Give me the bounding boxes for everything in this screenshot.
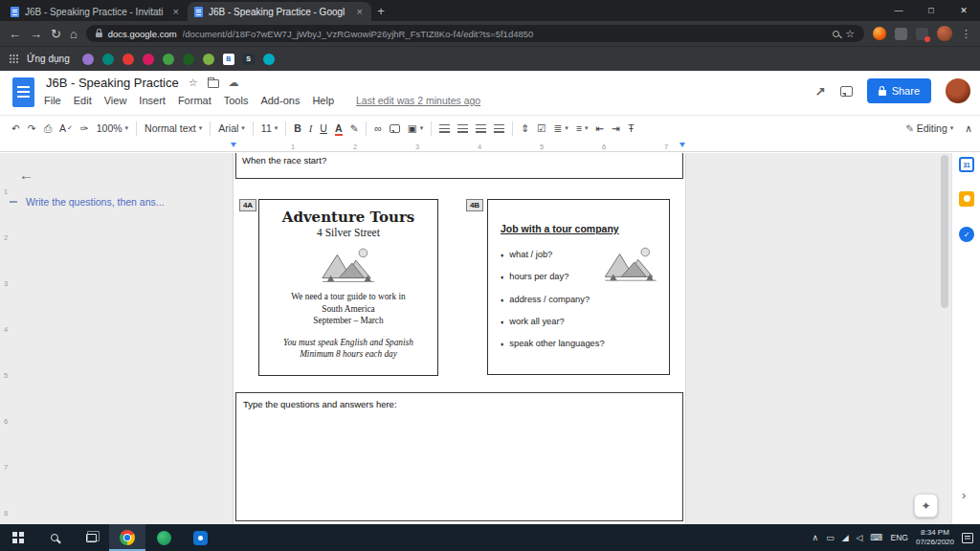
explore-button[interactable]: ✦: [914, 494, 938, 518]
bulleted-list-button[interactable]: ≡▾: [576, 122, 589, 134]
menu-tools[interactable]: Tools: [224, 95, 249, 106]
font-size-select[interactable]: 11▾: [261, 122, 278, 134]
paint-format-button[interactable]: ✑: [80, 122, 89, 134]
print-button[interactable]: ⎙: [44, 122, 52, 135]
hidden-icons-chevron[interactable]: ∧: [813, 534, 819, 542]
align-right-button[interactable]: [476, 124, 486, 133]
back-button[interactable]: ←: [9, 28, 21, 40]
extension-icon[interactable]: [873, 27, 886, 40]
checklist-button[interactable]: ☑: [537, 122, 546, 134]
bookmark-favicon[interactable]: [122, 54, 134, 65]
extension-icon-badged[interactable]: [916, 28, 928, 40]
menu-format[interactable]: Format: [178, 95, 212, 106]
browser-tab-1[interactable]: J6B - Speaking Practice - Invitati ×: [4, 2, 188, 21]
account-avatar[interactable]: [946, 78, 970, 103]
vertical-scrollbar[interactable]: [941, 155, 948, 308]
move-folder-icon[interactable]: [208, 79, 219, 88]
text-color-button[interactable]: A: [335, 122, 343, 134]
styles-select[interactable]: Normal text▾: [145, 122, 202, 134]
menu-help[interactable]: Help: [312, 95, 334, 106]
insert-comment-button[interactable]: [390, 124, 400, 133]
increase-indent-button[interactable]: ⇥: [612, 122, 620, 134]
bookmark-favicon[interactable]: [203, 54, 214, 65]
touch-keyboard-icon[interactable]: ⌨: [871, 534, 883, 542]
document-page[interactable]: When the race start? 4A Adventure Tours …: [233, 153, 686, 524]
decrease-indent-button[interactable]: ⇤: [596, 122, 605, 134]
line-spacing-button[interactable]: ⇕: [521, 122, 529, 134]
align-center-button[interactable]: [457, 124, 468, 133]
taskbar-app-button[interactable]: [182, 524, 218, 551]
forward-button[interactable]: →: [30, 28, 42, 40]
bookmark-favicon[interactable]: [143, 54, 154, 65]
answer-text-box[interactable]: Type the questions and answers here:: [235, 392, 683, 521]
spellcheck-button[interactable]: A✓: [59, 122, 73, 134]
menu-edit[interactable]: Edit: [74, 95, 92, 106]
redo-button[interactable]: ↷: [28, 122, 36, 134]
google-docs-logo[interactable]: [12, 77, 34, 107]
numbered-list-button[interactable]: ≣▾: [554, 122, 568, 134]
outline-item[interactable]: Write the questions, then ans...: [10, 196, 165, 208]
bookmark-favicon[interactable]: B: [223, 54, 234, 65]
reload-button[interactable]: ↻: [51, 28, 61, 40]
volume-tray-icon[interactable]: ◁: [857, 534, 863, 542]
menu-addons[interactable]: Add-ons: [260, 95, 300, 106]
chrome-taskbar-button[interactable]: [109, 524, 145, 551]
extension-icon[interactable]: [895, 28, 907, 40]
zoom-icon[interactable]: [833, 31, 839, 37]
tasks-icon[interactable]: ✓: [959, 227, 974, 242]
insert-image-button[interactable]: ▣▾: [408, 122, 423, 134]
taskbar-app-button[interactable]: [145, 524, 182, 551]
align-justify-button[interactable]: [494, 124, 504, 133]
insert-link-button[interactable]: ∞: [374, 122, 382, 134]
bookmark-favicon[interactable]: S: [243, 54, 255, 65]
calendar-icon[interactable]: 31: [959, 157, 974, 172]
browser-tab-2-active[interactable]: J6B - Speaking Practice - Googl ×: [188, 2, 371, 21]
underline-button[interactable]: U: [320, 122, 327, 134]
right-margin-marker[interactable]: [679, 143, 685, 147]
bookmark-favicon[interactable]: [263, 54, 275, 65]
zoom-select[interactable]: 100%▾: [97, 122, 128, 134]
font-select[interactable]: Arial▾: [218, 122, 245, 134]
star-document-icon[interactable]: ☆: [189, 77, 198, 89]
menu-insert[interactable]: Insert: [139, 95, 166, 106]
task-view-button[interactable]: [73, 524, 109, 551]
tab-close-icon[interactable]: ×: [171, 6, 181, 17]
bookmark-star-icon[interactable]: ☆: [845, 28, 855, 40]
display-tray-icon[interactable]: ▭: [826, 534, 835, 542]
left-margin-marker[interactable]: [231, 143, 236, 147]
apps-shortcut-label[interactable]: Ứng dụng: [27, 54, 70, 64]
comments-icon[interactable]: [840, 86, 853, 97]
align-left-button[interactable]: [439, 124, 450, 133]
browser-menu-icon[interactable]: ⋮: [961, 28, 971, 40]
bookmark-favicon[interactable]: [163, 54, 174, 65]
clear-formatting-button[interactable]: Ŧ: [628, 122, 634, 134]
tab-close-icon[interactable]: ×: [355, 6, 365, 17]
menu-file[interactable]: File: [44, 95, 61, 106]
new-tab-button[interactable]: +: [371, 2, 390, 21]
italic-button[interactable]: I: [309, 123, 313, 134]
close-button[interactable]: ✕: [947, 0, 980, 21]
question-text-box[interactable]: When the race start?: [235, 153, 683, 179]
maximize-button[interactable]: □: [915, 0, 947, 21]
bookmark-favicon[interactable]: [82, 54, 94, 65]
keep-icon[interactable]: [959, 191, 974, 207]
language-indicator[interactable]: ENG: [891, 533, 908, 542]
apps-grid-icon[interactable]: [10, 55, 18, 63]
hide-side-panel-icon[interactable]: ›: [962, 488, 966, 502]
minimize-button[interactable]: —: [882, 0, 915, 21]
editing-mode-button[interactable]: ✎Editing▾: [905, 122, 953, 134]
bookmark-favicon[interactable]: [102, 54, 114, 65]
start-button[interactable]: [0, 524, 36, 551]
bookmark-favicon[interactable]: [183, 54, 194, 65]
share-button[interactable]: Share: [867, 78, 931, 103]
menu-view[interactable]: View: [104, 95, 127, 106]
taskbar-clock[interactable]: 8:34 PM 07/26/2020: [916, 528, 954, 547]
collapse-toolbar-icon[interactable]: ∧: [965, 122, 972, 134]
hide-outline-arrow-icon[interactable]: ←: [19, 166, 33, 183]
highlight-button[interactable]: ✎: [350, 122, 359, 134]
taskbar-search-button[interactable]: [36, 524, 73, 551]
document-activity-icon[interactable]: ↗: [815, 84, 826, 99]
last-edit-link[interactable]: Last edit was 2 minutes ago: [356, 95, 480, 106]
home-button[interactable]: ⌂: [70, 28, 78, 40]
document-title[interactable]: J6B - Speaking Practice: [46, 76, 179, 90]
